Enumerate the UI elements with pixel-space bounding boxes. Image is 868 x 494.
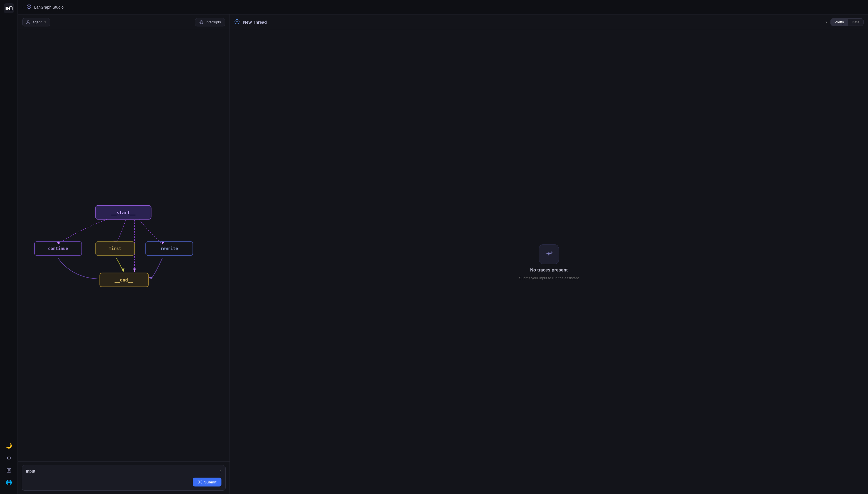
- svg-rect-1: [10, 7, 12, 10]
- sidebar-logo[interactable]: [4, 3, 14, 13]
- sparkle-icon: [544, 249, 554, 259]
- langgraph-icon: [26, 4, 32, 10]
- input-expand-icon[interactable]: ›: [220, 469, 222, 474]
- input-field-row: Submit: [26, 476, 222, 487]
- content-split: agent ▼ Interrupts: [18, 15, 868, 494]
- empty-state-title: No traces present: [530, 268, 568, 272]
- empty-state: No traces present Submit your input to r…: [230, 30, 868, 494]
- start-node-label: __start__: [111, 210, 135, 215]
- breadcrumb-chevron: ›: [22, 5, 24, 10]
- tab-pretty[interactable]: Pretty: [831, 19, 848, 25]
- graph-svg: __start__ continue first rewrite __end__: [18, 30, 229, 461]
- svg-rect-0: [5, 7, 8, 10]
- top-header: › LanGraph Studio: [18, 0, 868, 15]
- submit-play-icon: [198, 480, 202, 484]
- agent-label: agent: [33, 20, 42, 24]
- right-toolbar: New Thread ▾ Pretty Data: [230, 15, 868, 30]
- input-label: Input: [26, 469, 35, 473]
- right-panel: New Thread ▾ Pretty Data No traces prese…: [230, 15, 868, 494]
- thread-icon: [234, 19, 240, 25]
- continue-node-label: continue: [48, 246, 68, 251]
- documents-button[interactable]: [4, 465, 14, 476]
- tab-data[interactable]: Data: [848, 19, 863, 25]
- rewrite-node-label: rewrite: [161, 246, 178, 251]
- globe-button[interactable]: 🌐: [4, 477, 14, 488]
- thread-dropdown-chevron[interactable]: ▾: [826, 20, 827, 24]
- interrupts-label: Interrupts: [206, 20, 221, 24]
- svg-marker-13: [133, 268, 136, 272]
- settings-button[interactable]: ⚙: [4, 453, 14, 463]
- view-tabs: Pretty Data: [830, 18, 864, 26]
- first-node-label: first: [109, 246, 121, 251]
- agent-icon: [26, 20, 30, 24]
- svg-marker-23: [200, 481, 201, 483]
- main-area: › LanGraph Studio agent ▼: [18, 0, 868, 494]
- input-header: Input ›: [26, 469, 222, 474]
- empty-state-icon-box: [539, 244, 559, 264]
- input-area: Input › Submit: [18, 461, 229, 494]
- interrupts-button[interactable]: Interrupts: [195, 18, 225, 26]
- graph-canvas: __start__ continue first rewrite __end__: [18, 30, 229, 461]
- svg-point-8: [27, 21, 29, 22]
- agent-select[interactable]: agent ▼: [22, 18, 50, 26]
- input-box: Input › Submit: [22, 465, 226, 491]
- submit-button[interactable]: Submit: [193, 478, 222, 487]
- submit-label: Submit: [204, 480, 216, 484]
- sidebar: 🌙 ⚙ 🌐: [0, 0, 18, 494]
- thread-title: New Thread: [243, 20, 822, 24]
- dark-mode-button[interactable]: 🌙: [4, 441, 14, 451]
- left-panel: agent ▼ Interrupts: [18, 15, 230, 494]
- interrupts-icon: [199, 20, 204, 24]
- empty-state-subtitle: Submit your input to run the assistant: [519, 276, 579, 280]
- sidebar-bottom-icons: 🌙 ⚙ 🌐: [4, 441, 14, 491]
- app-title: LanGraph Studio: [34, 5, 64, 10]
- end-node-label: __end__: [115, 277, 134, 283]
- left-toolbar: agent ▼ Interrupts: [18, 15, 229, 30]
- agent-chevron-icon: ▼: [44, 21, 47, 24]
